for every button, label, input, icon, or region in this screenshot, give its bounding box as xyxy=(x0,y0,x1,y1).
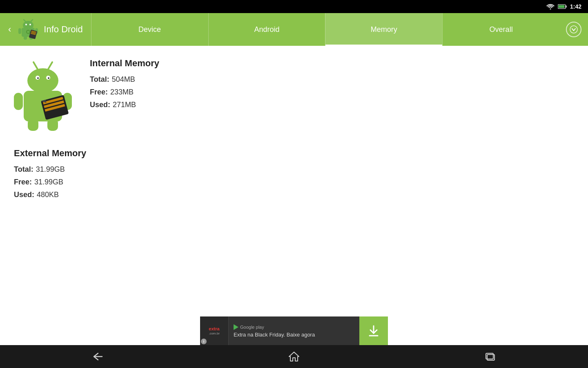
back-nav-icon xyxy=(92,352,104,361)
app-title-area: ‹ Info Droid xyxy=(0,13,91,46)
ad-logo-text: extra xyxy=(209,326,219,332)
internal-memory-details: Internal Memory Total: 504MB Free: 233MB… xyxy=(90,54,159,113)
svg-point-26 xyxy=(48,77,49,79)
svg-rect-3 xyxy=(558,5,564,8)
internal-used-value: 271MB xyxy=(113,101,136,109)
home-nav-icon xyxy=(288,351,300,362)
ad-download-button[interactable] xyxy=(359,316,388,345)
status-bar: 1:42 xyxy=(0,0,588,13)
nav-right xyxy=(559,13,588,46)
internal-memory-heading: Internal Memory xyxy=(90,58,159,69)
recents-button[interactable] xyxy=(478,348,502,365)
home-button[interactable] xyxy=(282,348,306,365)
dropdown-button[interactable] xyxy=(566,22,581,37)
tab-memory[interactable]: Memory xyxy=(325,13,442,46)
wifi-icon xyxy=(546,4,555,9)
svg-rect-2 xyxy=(566,6,566,8)
svg-rect-31 xyxy=(28,119,38,131)
ad-middle: Google play Extra na Black Friday. Baixe… xyxy=(229,322,359,340)
google-play-icon xyxy=(234,324,238,330)
internal-free-value: 233MB xyxy=(110,88,134,96)
ad-logo: extra .com.br i xyxy=(200,316,229,345)
battery-icon xyxy=(558,4,567,9)
back-arrow-icon[interactable]: ‹ xyxy=(8,24,11,35)
bottom-nav xyxy=(0,345,588,368)
ad-info-icon: i xyxy=(201,339,207,344)
internal-used-label: Used: xyxy=(90,101,110,109)
ad-text: Extra na Black Friday. Baixe agora xyxy=(234,332,315,338)
svg-point-15 xyxy=(27,31,29,33)
external-total-label: Total: xyxy=(14,165,33,174)
status-time: 1:42 xyxy=(570,3,581,10)
tab-android[interactable]: Android xyxy=(208,13,325,46)
google-play-badge: Google play xyxy=(234,324,264,330)
main-content: Internal Memory Total: 504MB Free: 233MB… xyxy=(0,46,588,316)
internal-used-row: Used: 271MB xyxy=(90,101,159,109)
svg-rect-32 xyxy=(47,119,58,131)
svg-point-0 xyxy=(550,9,551,10)
svg-point-22 xyxy=(27,68,58,93)
svg-line-9 xyxy=(31,20,33,21)
ad-banner[interactable]: extra .com.br i Google play Extra na Bla… xyxy=(200,316,388,345)
internal-free-row: Free: 233MB xyxy=(90,88,159,96)
app-title: Info Droid xyxy=(44,24,82,35)
internal-total-row: Total: 504MB xyxy=(90,75,159,84)
internal-total-label: Total: xyxy=(90,75,109,84)
external-used-value: 480KB xyxy=(37,191,59,199)
back-button[interactable] xyxy=(86,348,110,365)
svg-point-20 xyxy=(570,26,577,33)
external-free-label: Free: xyxy=(14,178,32,186)
external-free-row: Free: 31.99GB xyxy=(14,178,576,186)
internal-free-label: Free: xyxy=(90,88,108,96)
recents-nav-icon xyxy=(484,352,496,361)
svg-line-8 xyxy=(24,20,25,21)
svg-line-27 xyxy=(33,62,38,69)
svg-rect-29 xyxy=(14,93,23,110)
download-icon xyxy=(367,324,380,337)
svg-point-7 xyxy=(29,24,31,25)
svg-point-25 xyxy=(37,77,39,79)
external-used-row: Used: 480KB xyxy=(14,191,576,199)
svg-rect-10 xyxy=(18,28,21,34)
chevron-down-icon xyxy=(570,25,578,34)
svg-marker-41 xyxy=(289,352,299,361)
tab-overall[interactable]: Overall xyxy=(442,13,559,46)
tab-device[interactable]: Device xyxy=(91,13,208,46)
svg-point-5 xyxy=(23,21,33,30)
nav-bar: ‹ Info Droid xyxy=(0,13,588,46)
internal-memory-section: Internal Memory Total: 504MB Free: 233MB… xyxy=(12,54,576,136)
svg-line-28 xyxy=(48,62,52,69)
svg-rect-12 xyxy=(24,36,27,40)
google-play-label: Google play xyxy=(240,325,264,330)
external-total-row: Total: 31.99GB xyxy=(14,165,576,174)
external-used-label: Used: xyxy=(14,191,34,199)
internal-total-value: 504MB xyxy=(112,75,135,84)
ad-logo-sub: .com.br xyxy=(209,332,220,335)
svg-point-6 xyxy=(25,24,27,25)
app-logo-icon xyxy=(18,19,39,40)
external-memory-heading: External Memory xyxy=(14,148,576,159)
internal-memory-icon xyxy=(12,54,78,136)
external-free-value: 31.99GB xyxy=(34,178,63,186)
nav-tabs: Device Android Memory Overall xyxy=(91,13,559,46)
external-memory-section: External Memory Total: 31.99GB Free: 31.… xyxy=(12,148,576,199)
external-total-value: 31.99GB xyxy=(36,165,65,174)
